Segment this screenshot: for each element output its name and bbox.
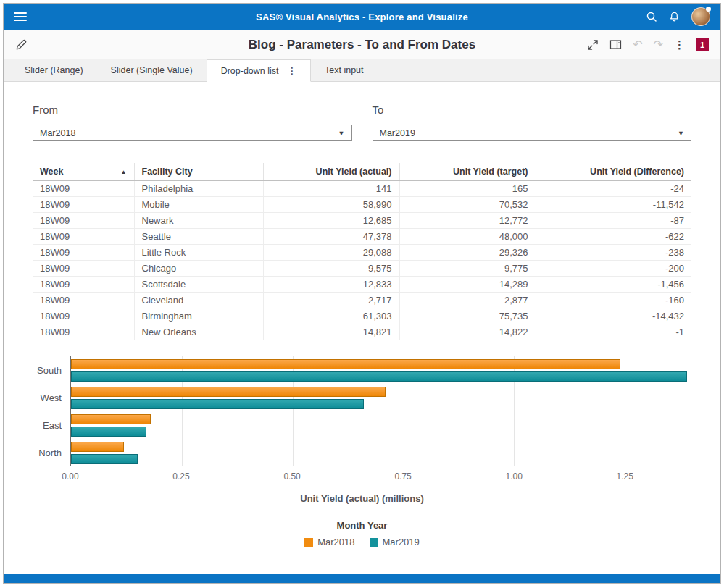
undo-icon[interactable]: ↶ xyxy=(633,39,642,51)
x-tick-label: 1.25 xyxy=(616,471,633,482)
menu-icon[interactable] xyxy=(14,12,27,21)
tab-text-input[interactable]: Text input xyxy=(311,59,378,81)
from-label: From xyxy=(33,104,352,116)
column-header-unit-yield-actual-[interactable]: Unit Yield (actual) xyxy=(263,163,399,181)
x-tick-label: 0.75 xyxy=(394,471,411,482)
tab-label: Slider (Single Value) xyxy=(111,65,193,75)
bar-north-mar2019[interactable] xyxy=(71,454,138,464)
bar-south-mar2018[interactable] xyxy=(71,359,620,369)
category-label-east: East xyxy=(33,411,70,439)
tab-label: Drop-down list xyxy=(221,66,279,76)
edit-pencil-icon[interactable] xyxy=(15,39,27,51)
column-header-unit-yield-target-[interactable]: Unit Yield (target) xyxy=(399,163,536,181)
tab-menu-icon[interactable]: ⋮ xyxy=(288,65,297,76)
legend-swatch xyxy=(370,538,378,547)
to-dropdown-value: Mar2019 xyxy=(380,128,415,138)
tab-slider-range-[interactable]: Slider (Range) xyxy=(11,59,97,81)
table-row[interactable]: 18W09Seattle47,37848,000-622 xyxy=(33,229,691,245)
table-cell: 12,833 xyxy=(263,277,399,293)
table-cell: -160 xyxy=(536,293,691,308)
bar-group-south xyxy=(71,356,691,384)
bar-north-mar2018[interactable] xyxy=(71,442,124,452)
table-row[interactable]: 18W09New Orleans14,82114,822-1 xyxy=(33,324,691,340)
table-cell: 29,088 xyxy=(263,245,399,261)
table-cell: 75,735 xyxy=(399,308,536,324)
bar-east-mar2018[interactable] xyxy=(71,414,151,424)
legend-swatch xyxy=(304,538,313,547)
column-header-unit-yield-difference-[interactable]: Unit Yield (Difference) xyxy=(536,163,691,181)
table-cell: Scottsdale xyxy=(134,277,263,293)
table-cell: 47,378 xyxy=(263,229,399,245)
app-bar: SAS® Visual Analytics - Explore and Visu… xyxy=(4,4,720,30)
table-body: 18W09Philadelphia141165-2418W09Mobile58,… xyxy=(33,181,691,340)
table-cell: 61,303 xyxy=(263,308,399,324)
category-label-north: North xyxy=(33,439,70,466)
table-cell: Cleveland xyxy=(134,293,263,308)
bar-group-west xyxy=(71,384,691,411)
bar-south-mar2019[interactable] xyxy=(71,371,687,382)
legend-label: Mar2018 xyxy=(317,537,354,547)
app-bar-actions xyxy=(646,7,710,26)
table-cell: Newark xyxy=(134,213,263,229)
avatar-status-dot xyxy=(706,7,711,12)
table-row[interactable]: 18W09Newark12,68512,772-87 xyxy=(33,213,691,229)
table-cell: -14,432 xyxy=(536,308,691,324)
legend-item-mar2019[interactable]: Mar2019 xyxy=(370,537,420,547)
table-cell: -87 xyxy=(536,213,691,229)
tab-slider-single-value-[interactable]: Slider (Single Value) xyxy=(97,59,207,81)
tab-drop-down-list[interactable]: Drop-down list⋮ xyxy=(207,59,311,82)
table-cell: 18W09 xyxy=(33,277,134,293)
table-cell: -1 xyxy=(536,324,691,340)
redo-icon[interactable]: ↷ xyxy=(654,39,663,51)
from-dropdown[interactable]: Mar2018 ▼ xyxy=(33,125,352,141)
table-cell: 29,326 xyxy=(399,245,536,261)
table-cell: 18W09 xyxy=(33,229,134,245)
tab-bar: Slider (Range)Slider (Single Value)Drop-… xyxy=(4,59,720,82)
panel-toggle-icon[interactable] xyxy=(609,39,622,50)
table-row[interactable]: 18W09Philadelphia141165-24 xyxy=(33,181,691,197)
table-cell: 12,772 xyxy=(399,213,536,229)
table-cell: 18W09 xyxy=(33,245,134,261)
y-axis-labels: SouthWestEastNorth xyxy=(33,356,70,466)
more-options-icon[interactable]: ⋮ xyxy=(674,39,685,50)
table-row[interactable]: 18W09Scottsdale12,83314,289-1,456 xyxy=(33,277,691,293)
chevron-down-icon: ▼ xyxy=(678,130,684,137)
table-cell: New Orleans xyxy=(134,324,263,340)
legend-item-mar2018[interactable]: Mar2018 xyxy=(304,537,354,547)
notifications-bell-icon[interactable] xyxy=(669,11,680,22)
alert-count-badge[interactable]: 1 xyxy=(696,38,709,51)
table-row[interactable]: 18W09Birmingham61,30375,735-14,432 xyxy=(33,308,691,324)
table-cell: 18W09 xyxy=(33,213,134,229)
table-row[interactable]: 18W09Chicago9,5759,775-200 xyxy=(33,261,691,277)
report-bar-actions: ↶ ↷ ⋮ 1 xyxy=(587,38,709,51)
table-cell: 14,289 xyxy=(399,277,536,293)
app-window: SAS® Visual Analytics - Explore and Visu… xyxy=(3,3,721,584)
table-cell: 14,822 xyxy=(399,324,536,340)
tab-label: Slider (Range) xyxy=(25,65,83,75)
table-cell: -622 xyxy=(536,229,691,245)
table-cell: 9,775 xyxy=(399,261,536,277)
bar-west-mar2019[interactable] xyxy=(71,399,364,409)
table-cell: 2,717 xyxy=(263,293,399,308)
table-cell: 48,000 xyxy=(399,229,536,245)
table-row[interactable]: 18W09Cleveland2,7172,877-160 xyxy=(33,293,691,308)
x-axis-ticks: 0.000.250.500.751.001.25 xyxy=(70,471,691,483)
bar-east-mar2019[interactable] xyxy=(71,427,146,437)
x-tick-label: 0.50 xyxy=(283,471,300,482)
table-cell: 18W09 xyxy=(33,324,134,340)
search-icon[interactable] xyxy=(646,11,657,22)
to-dropdown[interactable]: Mar2019 ▼ xyxy=(373,125,692,141)
bar-west-mar2018[interactable] xyxy=(71,387,386,397)
bar-group-east xyxy=(71,411,691,439)
table-cell: Mobile xyxy=(134,197,263,213)
table-cell: 2,877 xyxy=(399,293,536,308)
expand-icon[interactable] xyxy=(587,39,599,51)
table-cell: Little Rock xyxy=(134,245,263,261)
table-row[interactable]: 18W09Mobile58,99070,532-11,542 xyxy=(33,197,691,213)
column-header-week[interactable]: Week▲ xyxy=(33,163,134,181)
table-row[interactable]: 18W09Little Rock29,08829,326-238 xyxy=(33,245,691,261)
column-header-facility-city[interactable]: Facility City xyxy=(134,163,263,181)
user-avatar[interactable] xyxy=(691,7,710,26)
tab-label: Text input xyxy=(325,65,364,75)
from-filter: From Mar2018 ▼ xyxy=(33,104,352,141)
